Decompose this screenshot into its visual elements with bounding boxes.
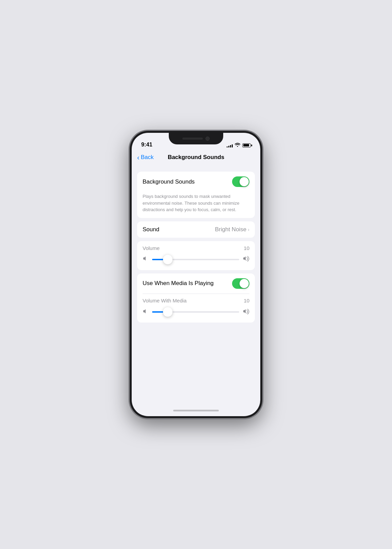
- volume-media-header: Volume With Media 10: [143, 298, 249, 303]
- volume-media-value: 10: [244, 298, 249, 303]
- nav-title: Background Sounds: [168, 154, 224, 161]
- volume-section: Volume 10: [137, 241, 255, 270]
- media-toggle[interactable]: [232, 278, 249, 289]
- volume-slider-row: [143, 254, 249, 265]
- front-camera: [206, 137, 210, 141]
- toggle-thumb: [240, 177, 249, 186]
- volume-media-slider[interactable]: [152, 307, 239, 317]
- sound-value: Bright Noise: [215, 226, 247, 233]
- battery-icon: [242, 143, 251, 147]
- background-sounds-row: Background Sounds: [137, 172, 255, 192]
- nav-bar: ‹ Back Background Sounds: [132, 150, 260, 165]
- screen: 9:41: [132, 133, 260, 416]
- volume-card: Volume 10: [137, 241, 255, 270]
- volume-value: 10: [244, 245, 249, 251]
- back-chevron-icon: ‹: [137, 154, 140, 161]
- background-sounds-label: Background Sounds: [143, 178, 195, 185]
- chevron-right-icon: ›: [248, 227, 249, 232]
- volume-high-icon: [243, 255, 249, 263]
- volume-media-high-icon: [243, 308, 249, 316]
- notch: [169, 133, 223, 144]
- sound-card: Sound Bright Noise ›: [137, 221, 255, 238]
- background-sounds-card: Background Sounds Plays background sound…: [137, 172, 255, 218]
- media-label: Use When Media Is Playing: [143, 280, 214, 287]
- back-label: Back: [141, 154, 154, 161]
- media-toggle-row: Use When Media Is Playing: [137, 273, 255, 294]
- media-card: Use When Media Is Playing Volume With Me…: [137, 273, 255, 323]
- volume-media-section: Volume With Media 10: [137, 294, 255, 323]
- speaker-grille: [182, 138, 203, 140]
- volume-media-low-icon: [143, 308, 149, 316]
- media-toggle-thumb: [240, 279, 249, 288]
- sound-value-row: Bright Noise ›: [215, 226, 249, 233]
- wifi-icon: [235, 143, 240, 148]
- signal-icon: [227, 143, 233, 147]
- volume-low-icon: [143, 255, 149, 263]
- background-sounds-toggle[interactable]: [232, 176, 249, 187]
- volume-media-label: Volume With Media: [143, 298, 186, 303]
- content-area: Background Sounds Plays background sound…: [132, 165, 260, 405]
- volume-header: Volume 10: [143, 245, 249, 251]
- sound-row[interactable]: Sound Bright Noise ›: [137, 221, 255, 238]
- volume-label: Volume: [143, 245, 160, 251]
- volume-media-slider-row: [143, 307, 249, 317]
- status-time: 9:41: [141, 142, 152, 148]
- volume-media-thumb[interactable]: [163, 307, 173, 317]
- phone-frame: 9:41: [130, 131, 262, 418]
- volume-thumb[interactable]: [163, 255, 173, 264]
- status-icons: [227, 143, 251, 148]
- home-indicator: [132, 405, 260, 416]
- home-bar: [173, 410, 219, 411]
- volume-slider[interactable]: [152, 254, 239, 265]
- sound-label: Sound: [143, 226, 159, 233]
- back-button[interactable]: ‹ Back: [137, 154, 153, 161]
- background-sounds-description: Plays background sounds to mask unwanted…: [137, 192, 255, 218]
